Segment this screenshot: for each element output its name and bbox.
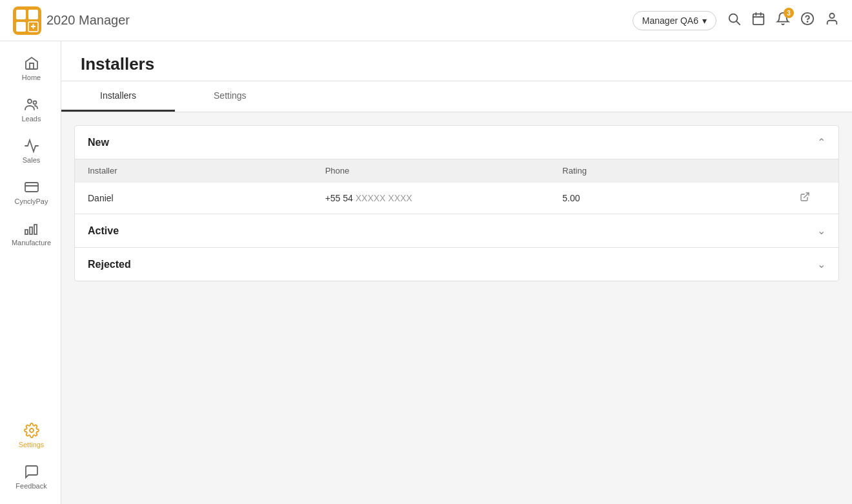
content-area: Installers Installers Settings New ⌃ Ins… bbox=[61, 41, 852, 504]
sidebar-item-manufacture-label: Manufacture bbox=[12, 239, 51, 247]
section-new-title: New bbox=[88, 137, 109, 148]
svg-rect-22 bbox=[34, 225, 37, 234]
col-installer: Installer bbox=[88, 166, 325, 176]
sidebar-item-settings-label: Settings bbox=[19, 441, 45, 449]
sidebar-item-feedback[interactable]: Feedback bbox=[0, 456, 61, 498]
sidebar-item-leads[interactable]: Leads bbox=[0, 89, 61, 130]
svg-line-24 bbox=[804, 193, 809, 197]
col-actions bbox=[800, 166, 826, 176]
sidebar-item-settings[interactable]: Settings bbox=[0, 415, 61, 456]
section-new-header[interactable]: New ⌃ bbox=[75, 126, 838, 159]
svg-point-16 bbox=[28, 99, 32, 103]
sidebar-item-manufacture[interactable]: Manufacture bbox=[0, 213, 61, 254]
manager-label: Manager QA6 bbox=[642, 15, 698, 26]
svg-rect-2 bbox=[28, 10, 38, 19]
sidebar-item-home-label: Home bbox=[22, 74, 41, 81]
sidebar: Home Leads Sales CynclyPay bbox=[0, 41, 61, 504]
page-header: Installers bbox=[61, 41, 852, 81]
notification-badge: 3 bbox=[784, 8, 794, 18]
svg-rect-9 bbox=[753, 14, 764, 25]
section-active-title: Active bbox=[88, 225, 119, 237]
section-active: Active ⌄ bbox=[75, 214, 838, 247]
topbar: 2020 Manager Manager QA6 ▾ bbox=[0, 0, 852, 41]
section-rejected: Rejected ⌄ bbox=[75, 248, 838, 281]
col-phone: Phone bbox=[325, 166, 563, 176]
svg-rect-18 bbox=[25, 183, 38, 192]
svg-rect-20 bbox=[25, 230, 28, 234]
installer-rating: 5.00 bbox=[562, 193, 800, 203]
topbar-actions: Manager QA6 ▾ 3 bbox=[633, 11, 839, 30]
sidebar-item-sales-label: Sales bbox=[23, 156, 41, 164]
svg-rect-3 bbox=[16, 22, 26, 32]
tab-settings[interactable]: Settings bbox=[175, 81, 285, 112]
section-rejected-chevron-down-icon: ⌄ bbox=[817, 258, 826, 270]
installer-phone: +55 54 XXXXX XXXX bbox=[325, 193, 563, 203]
section-rejected-header[interactable]: Rejected ⌄ bbox=[75, 248, 838, 281]
col-rating: Rating bbox=[562, 166, 800, 176]
external-link-icon[interactable] bbox=[800, 192, 826, 205]
installer-name: Daniel bbox=[88, 193, 325, 203]
page-title: Installers bbox=[81, 54, 833, 74]
section-active-header[interactable]: Active ⌄ bbox=[75, 214, 838, 247]
logo-text: 2020 Manager bbox=[46, 13, 130, 28]
user-icon[interactable] bbox=[825, 12, 839, 29]
new-table: Installer Phone Rating Daniel +55 54 XXX… bbox=[75, 159, 838, 214]
phone-prefix: +55 54 bbox=[325, 193, 356, 203]
logo-icon bbox=[13, 6, 41, 35]
svg-point-15 bbox=[829, 14, 834, 18]
sidebar-item-leads-label: Leads bbox=[22, 115, 41, 123]
section-new: New ⌃ Installer Phone Rating Daniel +55 … bbox=[75, 126, 838, 214]
main-layout: Home Leads Sales CynclyPay bbox=[0, 41, 852, 504]
section-new-chevron-up-icon: ⌃ bbox=[817, 136, 826, 148]
section-rejected-title: Rejected bbox=[88, 259, 131, 270]
tab-installers[interactable]: Installers bbox=[61, 81, 175, 112]
logo-area: 2020 Manager bbox=[13, 6, 625, 35]
main-panel: New ⌃ Installer Phone Rating Daniel +55 … bbox=[74, 125, 839, 281]
section-active-chevron-down-icon: ⌄ bbox=[817, 225, 826, 237]
sidebar-item-feedback-label: Feedback bbox=[15, 482, 46, 490]
sidebar-item-cynclypay[interactable]: CynclyPay bbox=[0, 172, 61, 213]
manager-dropdown[interactable]: Manager QA6 ▾ bbox=[633, 11, 716, 30]
help-icon[interactable] bbox=[800, 12, 815, 29]
svg-rect-21 bbox=[30, 227, 32, 234]
notifications-icon[interactable]: 3 bbox=[776, 12, 790, 29]
tabs-bar: Installers Settings bbox=[61, 81, 852, 112]
sidebar-item-home[interactable]: Home bbox=[0, 48, 61, 89]
sidebar-item-sales[interactable]: Sales bbox=[0, 130, 61, 172]
search-icon[interactable] bbox=[727, 12, 741, 29]
dropdown-arrow-icon: ▾ bbox=[702, 15, 707, 26]
table-row: Daniel +55 54 XXXXX XXXX 5.00 bbox=[75, 182, 838, 214]
svg-line-8 bbox=[736, 21, 740, 25]
sidebar-item-cynclypay-label: CynclyPay bbox=[15, 197, 48, 205]
svg-point-17 bbox=[33, 101, 36, 105]
calendar-icon[interactable] bbox=[751, 12, 766, 29]
phone-masked: XXXXX XXXX bbox=[356, 193, 412, 203]
svg-rect-1 bbox=[16, 10, 26, 19]
table-header: Installer Phone Rating bbox=[75, 159, 838, 182]
svg-point-23 bbox=[30, 428, 34, 432]
